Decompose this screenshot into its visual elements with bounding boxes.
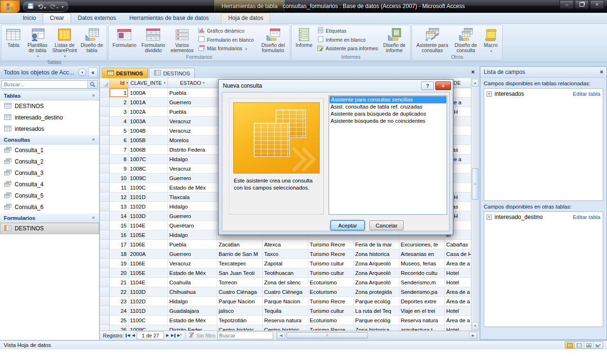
cell-clave[interactable]: 1102D bbox=[129, 202, 168, 211]
row-selector[interactable] bbox=[100, 126, 110, 136]
formulario-dividido-button[interactable]: Formulario dividido bbox=[139, 26, 168, 54]
asistente-para-consultas-button[interactable]: Asistente para consultas bbox=[414, 26, 451, 54]
filter-state-button[interactable]: Sin filtro bbox=[189, 332, 215, 339]
undo-caret-icon[interactable]: ▾ bbox=[44, 6, 46, 10]
cell-estado[interactable]: Hidalgo bbox=[168, 202, 217, 211]
cell-municipio[interactable]: Cuatro Ciénaga bbox=[217, 287, 263, 297]
row-selector[interactable] bbox=[100, 287, 110, 297]
cell-id[interactable]: 3 bbox=[110, 107, 129, 117]
varios-elementos-button[interactable]: Varios elementos bbox=[168, 26, 197, 54]
row-selector[interactable] bbox=[100, 325, 110, 330]
cell-estado[interactable]: Puebla bbox=[168, 107, 217, 117]
cell-tipo-turismo[interactable]: Ecoturismo bbox=[308, 287, 354, 297]
cell-estado[interactable]: Veracruz bbox=[168, 117, 217, 126]
etiquetas-button[interactable]: Etiquetas bbox=[317, 27, 378, 35]
ribbon-tab[interactable]: Herramientas de base de datos bbox=[123, 13, 215, 23]
cell-estado[interactable]: Tlaxcala bbox=[168, 192, 217, 202]
nav-section-tablas[interactable]: Tablas« bbox=[0, 91, 99, 100]
cell-clave[interactable]: 1005B bbox=[129, 136, 168, 145]
plantillas-de-tabla-button[interactable]: Plantillas de tabla bbox=[24, 26, 51, 59]
cell-clave[interactable]: 1006B bbox=[129, 145, 168, 155]
cell-clave[interactable]: 1106E bbox=[129, 259, 168, 268]
cell-estado[interactable]: Querétaro bbox=[168, 221, 217, 230]
record-position[interactable]: 1 de 27 bbox=[137, 331, 164, 339]
nav-search-input[interactable] bbox=[2, 82, 87, 87]
nav-section-consultas[interactable]: Consultas« bbox=[0, 135, 99, 145]
collapse-chevron-icon[interactable]: « bbox=[92, 138, 97, 141]
cell-municipio[interactable]: Barrio de San M bbox=[217, 249, 263, 259]
cell-clave[interactable]: 1004B bbox=[129, 126, 168, 136]
listas-de-sharepoint-button[interactable]: Listas de SharePoint bbox=[51, 26, 78, 59]
cell-tipo-turismo[interactable]: Turismo Recre bbox=[308, 249, 354, 259]
row-selector[interactable] bbox=[100, 173, 110, 183]
informe-en-blanco-button[interactable]: Informe en blanco bbox=[317, 36, 378, 44]
cell-municipio[interactable]: Tepotzotlán bbox=[217, 316, 263, 325]
diseno-de-tabla-button[interactable]: Diseño de tabla bbox=[78, 26, 105, 59]
nav-item-query[interactable]: Consulta_6 bbox=[0, 201, 99, 213]
tabla-button[interactable]: Tabla bbox=[3, 26, 24, 59]
table-row[interactable]: 25 1100C Estado de Méx Tepotzotlán Reser… bbox=[100, 316, 479, 325]
field-list-header[interactable]: Lista de campos × bbox=[480, 67, 607, 78]
nav-item-query[interactable]: Consulta_1 bbox=[0, 145, 99, 156]
cell-clave[interactable]: 2000A bbox=[129, 249, 168, 259]
diseno-del-formulario-button[interactable]: Diseño del formulario bbox=[258, 26, 288, 54]
formulario-button[interactable]: Formulario bbox=[110, 26, 139, 54]
cell-id[interactable]: 17 bbox=[110, 240, 129, 249]
row-selector[interactable] bbox=[100, 117, 110, 126]
cell-id[interactable]: 22 bbox=[110, 287, 129, 297]
cell-id[interactable]: 6 bbox=[110, 136, 129, 145]
redo-icon[interactable]: ▾ bbox=[49, 2, 58, 11]
cell-id[interactable]: 12 bbox=[110, 192, 129, 202]
vertical-scroll-thumb[interactable]: ≡ bbox=[472, 168, 478, 200]
cell-clave[interactable]: 1007C bbox=[129, 155, 168, 164]
cell-estado[interactable]: Coahuila bbox=[168, 278, 217, 287]
aceptar-button[interactable]: Aceptar bbox=[331, 220, 365, 230]
nav-pane-menu-caret-icon[interactable]: ▾ bbox=[78, 68, 86, 76]
cell-estado[interactable]: Hidalgo bbox=[168, 230, 217, 240]
cell-id[interactable]: 8 bbox=[110, 155, 129, 164]
cell-destino[interactable]: Tequila bbox=[263, 306, 308, 316]
record-search-box[interactable] bbox=[217, 331, 273, 339]
next-record-icon[interactable]: ▶ bbox=[166, 334, 169, 337]
ribbon-tab[interactable]: Crear bbox=[43, 13, 71, 23]
ribbon-tab[interactable]: Hoja de datos bbox=[221, 13, 270, 23]
cell-estado[interactable]: Puebla bbox=[168, 240, 217, 249]
nav-item-query[interactable]: Consulta_2 bbox=[0, 156, 99, 167]
cell-clave[interactable]: 1103D bbox=[129, 287, 168, 297]
nav-item-query[interactable]: Consulta_5 bbox=[0, 190, 99, 201]
cell-atractivo[interactable]: Zona historica bbox=[354, 325, 399, 330]
cell-clave[interactable]: 1001A bbox=[129, 98, 168, 107]
cell-estado[interactable]: Guerrero bbox=[168, 173, 217, 183]
cell-atractivo[interactable]: Zona historica bbox=[354, 249, 399, 259]
related-table-name[interactable]: interesados bbox=[495, 91, 524, 97]
table-row[interactable]: 24 1101D Guadalajara jalisco Tequila Tur… bbox=[100, 306, 479, 316]
cell-actividades[interactable]: Artesanias en bbox=[399, 249, 445, 259]
cell-municipio[interactable]: Zacatlan bbox=[217, 240, 263, 249]
form-view-button[interactable] bbox=[575, 342, 584, 348]
macro-button[interactable]: Macro bbox=[481, 26, 501, 54]
cell-estado[interactable]: Veracruz bbox=[168, 164, 217, 173]
column-dropdown-icon[interactable]: ▾ bbox=[126, 81, 128, 85]
asistente-para-informes-button[interactable]: Asistente para informes bbox=[317, 44, 378, 53]
cell-id[interactable]: 7 bbox=[110, 145, 129, 155]
cell-destino[interactable]: Atexca bbox=[263, 240, 308, 249]
table-row[interactable]: 20 1105E Estado de Méx San Juan Teoti Te… bbox=[100, 268, 479, 278]
cell-estado[interactable]: Guerrero bbox=[168, 249, 217, 259]
cell-tipo-turismo[interactable]: Turismo cultur bbox=[308, 259, 354, 268]
save-icon[interactable] bbox=[28, 2, 34, 11]
cell-atractivo[interactable]: Parque ecológ bbox=[354, 297, 399, 306]
expand-plus-icon[interactable]: + bbox=[487, 91, 492, 97]
undo-icon[interactable]: ▾ bbox=[37, 2, 46, 11]
nav-item-table[interactable]: interesado_destino bbox=[0, 112, 99, 123]
nav-item-form[interactable]: DESTINOS bbox=[0, 223, 99, 234]
scroll-down-icon[interactable]: ▼ bbox=[472, 322, 478, 330]
cell-destino[interactable]: Taxco bbox=[263, 249, 308, 259]
cell-id[interactable]: 25 bbox=[110, 316, 129, 325]
cell-tipo-turismo[interactable]: Turismo Recre bbox=[308, 240, 354, 249]
vertical-scrollbar[interactable]: ▲ ≡ ▼ bbox=[471, 78, 479, 330]
row-selector[interactable] bbox=[100, 183, 110, 192]
cell-tipo-turismo[interactable]: Turismo Recre bbox=[308, 325, 354, 330]
table-row[interactable]: 22 1103D Chihuahua Cuatro Ciénaga Cuatro… bbox=[100, 287, 479, 297]
diseno-de-consulta-button[interactable]: Diseño de consulta bbox=[451, 26, 481, 54]
cell-estado[interactable]: Morelos bbox=[168, 136, 217, 145]
